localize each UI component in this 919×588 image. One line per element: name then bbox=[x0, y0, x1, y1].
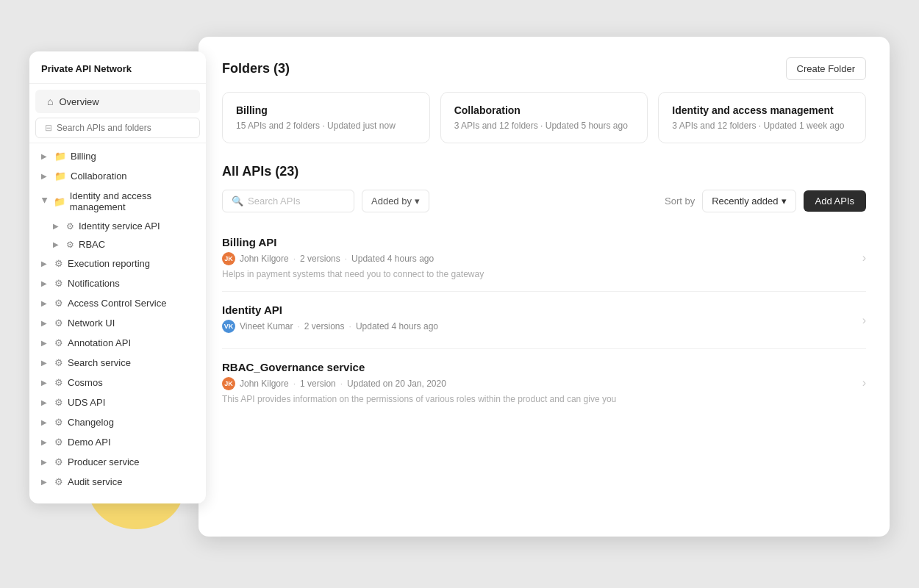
author-name: John Kilgore bbox=[240, 254, 289, 264]
chevron-icon-demo-api: ▶ bbox=[41, 438, 50, 446]
sort-recently-added-button[interactable]: Recently added ▾ bbox=[702, 190, 795, 212]
sidebar-item-rbac[interactable]: ▶ ⚙ RBAC bbox=[47, 235, 206, 254]
folder-meta: 3 APIs and 12 folders · Updated 1 week a… bbox=[672, 121, 852, 131]
sidebar-item-access-control[interactable]: ▶ ⚙ Access Control Service bbox=[29, 293, 206, 313]
filter-label: Added by bbox=[371, 196, 412, 207]
author-name: John Kilgore bbox=[240, 379, 289, 389]
sidebar-item-label-demo-api: Demo API bbox=[68, 437, 111, 448]
sidebar-item-row-changelog[interactable]: ▶ ⚙ Changelog bbox=[29, 412, 206, 432]
sidebar-overview-label: Overview bbox=[59, 96, 99, 107]
dot-separator: · bbox=[293, 254, 296, 264]
sidebar-item-row-search-service[interactable]: ▶ ⚙ Search service bbox=[29, 353, 206, 373]
sidebar-item-collaboration[interactable]: ▶ 📁 Collaboration bbox=[29, 166, 206, 186]
sidebar-item-label-collaboration: Collaboration bbox=[71, 171, 127, 182]
sidebar-item-label-annotation-api: Annotation API bbox=[68, 337, 131, 348]
sidebar-item-execution-reporting[interactable]: ▶ ⚙ Execution reporting bbox=[29, 254, 206, 273]
sidebar-item-row-collaboration[interactable]: ▶ 📁 Collaboration bbox=[29, 166, 206, 186]
sidebar-item-row-demo-api[interactable]: ▶ ⚙ Demo API bbox=[29, 432, 206, 452]
apis-title: All APIs (23) bbox=[222, 164, 298, 179]
api-description: Helps in payment systems that need you t… bbox=[222, 269, 866, 279]
api-item-identity-api[interactable]: Identity API VK Vineet Kumar · 2 version… bbox=[222, 292, 866, 349]
folders-grid: Billing 15 APIs and 2 folders · Updated … bbox=[222, 92, 866, 143]
filter-chevron-icon: ▾ bbox=[415, 196, 420, 207]
apis-controls-row: 🔍 Added by ▾ Sort by Recently added ▾ Ad… bbox=[222, 190, 866, 212]
sidebar-item-label-execution-reporting: Execution reporting bbox=[68, 258, 150, 269]
sidebar-item-search-service[interactable]: ▶ ⚙ Search service bbox=[29, 353, 206, 373]
add-apis-button[interactable]: Add APIs bbox=[804, 190, 866, 212]
sidebar-item-uds-api[interactable]: ▶ ⚙ UDS API bbox=[29, 392, 206, 412]
folder-card[interactable]: Billing 15 APIs and 2 folders · Updated … bbox=[222, 92, 430, 143]
sidebar-item-label-audit-service: Audit service bbox=[68, 476, 122, 487]
sidebar-item-notifications[interactable]: ▶ ⚙ Notifications bbox=[29, 273, 206, 293]
chevron-icon-annotation-api: ▶ bbox=[41, 339, 50, 347]
sidebar-item-overview[interactable]: ⌂ Overview bbox=[35, 90, 200, 113]
search-apis-box: 🔍 bbox=[222, 190, 354, 212]
sidebar-item-cosmos[interactable]: ▶ ⚙ Cosmos bbox=[29, 373, 206, 392]
sort-by-label: Sort by bbox=[665, 196, 695, 207]
sidebar-item-audit-service[interactable]: ▶ ⚙ Audit service bbox=[29, 472, 206, 492]
item-icon-access-control: ⚙ bbox=[54, 298, 63, 309]
dot-separator: · bbox=[345, 254, 347, 264]
sidebar-item-row-cosmos[interactable]: ▶ ⚙ Cosmos bbox=[29, 373, 206, 392]
author-avatar: JK bbox=[222, 252, 235, 265]
item-icon-collaboration: 📁 bbox=[54, 171, 66, 182]
api-icon-rbac: ⚙ bbox=[66, 240, 74, 250]
sidebar-item-identity-service-api[interactable]: ▶ ⚙ Identity service API bbox=[47, 217, 206, 235]
sidebar-item-changelog[interactable]: ▶ ⚙ Changelog bbox=[29, 412, 206, 432]
sidebar-item-row-execution-reporting[interactable]: ▶ ⚙ Execution reporting bbox=[29, 254, 206, 273]
sidebar-search-box: ⊟ bbox=[35, 118, 200, 138]
sidebar-item-row-access-control[interactable]: ▶ ⚙ Access Control Service bbox=[29, 293, 206, 313]
folder-card[interactable]: Collaboration 3 APIs and 12 folders · Up… bbox=[440, 92, 648, 143]
sidebar-item-label-notifications: Notifications bbox=[68, 278, 120, 289]
sidebar-search-input[interactable] bbox=[57, 123, 190, 133]
api-list: Billing API JK John Kilgore · 2 versions… bbox=[222, 224, 866, 416]
folder-name: Collaboration bbox=[454, 104, 634, 116]
api-icon-identity-service-api: ⚙ bbox=[66, 221, 74, 232]
sidebar-item-annotation-api[interactable]: ▶ ⚙ Annotation API bbox=[29, 333, 206, 353]
chevron-icon-changelog: ▶ bbox=[41, 418, 50, 426]
sidebar-item-row-uds-api[interactable]: ▶ ⚙ UDS API bbox=[29, 392, 206, 412]
api-name: Identity API bbox=[222, 304, 866, 316]
sidebar-item-producer-service[interactable]: ▶ ⚙ Producer service bbox=[29, 452, 206, 472]
sort-chevron-icon: ▾ bbox=[782, 196, 787, 207]
search-apis-input[interactable] bbox=[248, 196, 345, 207]
api-item-chevron-icon: › bbox=[862, 251, 866, 265]
sidebar-item-row-annotation-api[interactable]: ▶ ⚙ Annotation API bbox=[29, 333, 206, 353]
api-item-rbac-governance[interactable]: RBAC_Governance service JK John Kilgore … bbox=[222, 349, 866, 416]
sidebar-children-identity: ▶ ⚙ Identity service API ▶ ⚙ RBAC bbox=[29, 217, 206, 254]
sidebar-item-row-identity[interactable]: ▶ 📁 Identity and access management bbox=[29, 186, 206, 217]
sidebar-item-row-audit-service[interactable]: ▶ ⚙ Audit service bbox=[29, 472, 206, 492]
sidebar-item-row-billing[interactable]: ▶ 📁 Billing bbox=[29, 146, 206, 166]
filter-added-by-button[interactable]: Added by ▾ bbox=[362, 190, 429, 212]
author-avatar: JK bbox=[222, 377, 235, 390]
api-item-chevron-icon: › bbox=[862, 314, 866, 327]
dot-separator: · bbox=[298, 321, 300, 331]
chevron-icon-cosmos: ▶ bbox=[41, 379, 50, 387]
folder-card[interactable]: Identity and access management 3 APIs an… bbox=[658, 92, 866, 143]
dot-separator: · bbox=[349, 321, 351, 331]
sidebar-item-demo-api[interactable]: ▶ ⚙ Demo API bbox=[29, 432, 206, 452]
sidebar-item-label-cosmos: Cosmos bbox=[68, 377, 103, 388]
sidebar-item-row-notifications[interactable]: ▶ ⚙ Notifications bbox=[29, 273, 206, 293]
item-icon-execution-reporting: ⚙ bbox=[54, 258, 63, 269]
search-apis-icon: 🔍 bbox=[232, 196, 243, 207]
sidebar-item-identity[interactable]: ▶ 📁 Identity and access management ▶ ⚙ I… bbox=[29, 186, 206, 254]
sidebar: Private API Network ⌂ Overview ⊟ ▶ 📁 Bil… bbox=[29, 51, 206, 503]
sidebar-item-label-network-ui: Network UI bbox=[68, 318, 115, 329]
sidebar-item-billing[interactable]: ▶ 📁 Billing bbox=[29, 146, 206, 166]
sidebar-item-row-network-ui[interactable]: ▶ ⚙ Network UI bbox=[29, 313, 206, 333]
sidebar-item-network-ui[interactable]: ▶ ⚙ Network UI bbox=[29, 313, 206, 333]
chevron-icon-notifications: ▶ bbox=[41, 279, 50, 287]
sidebar-item-label-changelog: Changelog bbox=[68, 417, 114, 428]
folders-section-header: Folders (3) Create Folder bbox=[222, 57, 866, 80]
sidebar-item-label-uds-api: UDS API bbox=[68, 397, 105, 408]
api-name: RBAC_Governance service bbox=[222, 361, 866, 373]
sidebar-item-row-producer-service[interactable]: ▶ ⚙ Producer service bbox=[29, 452, 206, 472]
main-panel: Folders (3) Create Folder Billing 15 API… bbox=[199, 37, 890, 537]
api-item-billing-api[interactable]: Billing API JK John Kilgore · 2 versions… bbox=[222, 224, 866, 292]
chevron-icon-search-service: ▶ bbox=[41, 359, 50, 367]
item-icon-changelog: ⚙ bbox=[54, 417, 63, 428]
item-icon-search-service: ⚙ bbox=[54, 357, 63, 368]
create-folder-button[interactable]: Create Folder bbox=[786, 57, 866, 80]
chevron-icon-identity: ▶ bbox=[41, 198, 49, 206]
